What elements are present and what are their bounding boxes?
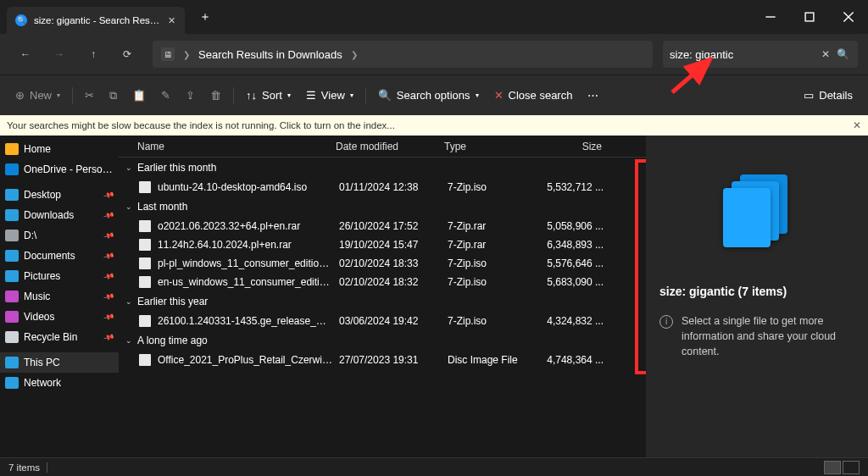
column-date[interactable]: Date modified [329,141,437,152]
view-button[interactable]: ☰ View ▾ [299,82,360,109]
new-tab-button[interactable]: ＋ [193,9,217,25]
separator [47,462,47,473]
separator [72,87,73,104]
close-search-button[interactable]: ✕ Close search [487,82,580,109]
window-tab[interactable]: 🔍 size: gigantic - Search Results i ✕ [7,7,185,34]
sidebar-item[interactable]: This PC [0,352,119,373]
share-button[interactable]: ⇪ [179,82,202,109]
thumbnails-view-toggle[interactable] [843,461,860,474]
paste-button[interactable]: 📋 [125,82,153,109]
sidebar-item[interactable]: Recycle Bin📌 [0,327,119,347]
group-header[interactable]: ⌄A long time ago [119,330,646,351]
sidebar-item-label: Music [24,291,99,302]
sidebar-item-label: Videos [24,311,99,323]
sort-button[interactable]: ↑↓ Sort ▾ [239,82,298,109]
file-size: 5,576,646 ... [531,257,604,269]
pin-icon: 📌 [103,311,115,323]
close-warning-button[interactable]: ✕ [853,119,861,131]
refresh-button[interactable]: ⟳ [112,39,142,69]
rename-button[interactable]: ✎ [154,82,177,109]
info-icon: i [659,315,673,329]
index-warning-bar[interactable]: Your searches might be slow because the … [0,115,868,136]
breadcrumb-segment[interactable]: Search Results in Downloads [198,48,342,61]
sidebar-item[interactable]: Videos📌 [0,307,119,327]
folder-icon [5,209,19,221]
sidebar-item[interactable]: Home [0,139,119,159]
sidebar-item-label: Home [24,143,114,155]
file-row[interactable]: pl-pl_windows_11_consumer_editions_ver..… [119,254,646,273]
close-window-button[interactable] [829,0,868,34]
file-row[interactable]: Office_2021_ProPlus_Retail_Czerwiec_202.… [119,351,646,369]
file-date: 03/06/2024 19:42 [332,315,441,327]
sidebar-item[interactable]: Network [0,373,119,393]
file-size: 6,348,893 ... [531,239,604,251]
file-row[interactable]: o2021.06.2023.32+64.pl+en.rar26/10/2024 … [119,217,646,235]
new-button[interactable]: ⊕ New ▾ [8,82,67,109]
file-icon [139,257,151,269]
back-button[interactable]: ← [10,39,41,69]
file-name: o2021.06.2023.32+64.pl+en.rar [158,220,332,232]
folder-icon [5,189,19,201]
folder-icon [5,311,19,323]
search-options-button[interactable]: 🔍 Search options ▾ [371,82,486,109]
file-name: ubuntu-24.10-desktop-amd64.iso [158,181,332,193]
sidebar-item-label: Documents [24,250,99,262]
file-type: 7-Zip.iso [441,315,531,327]
cut-button[interactable]: ✂ [78,82,101,109]
folder-icon [5,331,19,343]
file-name: en-us_windows_11_consumer_editions_ve... [158,276,332,288]
file-row[interactable]: 26100.1.240331-1435.ge_release_CLIENT_..… [119,312,646,330]
separator [365,87,366,104]
file-name: 26100.1.240331-1435.ge_release_CLIENT_..… [158,315,332,327]
search-box[interactable]: ✕ 🔍 [663,41,858,68]
sidebar-item[interactable]: Pictures📌 [0,266,119,286]
file-row[interactable]: 11.24h2.64.10.2024.pl+en.rar19/10/2024 1… [119,235,646,254]
sidebar-item-label: D:\ [24,230,99,241]
delete-button[interactable]: 🗑 [203,82,228,109]
clear-search-button[interactable]: ✕ [817,48,834,60]
group-header[interactable]: ⌄Earlier this year [119,291,646,312]
file-row[interactable]: ubuntu-24.10-desktop-amd64.iso01/11/2024… [119,178,646,196]
forward-button[interactable]: → [44,39,75,69]
titlebar: 🔍 size: gigantic - Search Results i ✕ ＋ [0,0,868,34]
search-icon[interactable]: 🔍 [834,48,851,60]
status-bar: 7 items [0,457,868,476]
group-header[interactable]: ⌄Last month [119,196,646,217]
details-view-toggle[interactable] [824,461,841,474]
sidebar-item-label: OneDrive - Personal [24,163,114,175]
file-type: 7-Zip.iso [441,276,531,288]
sidebar-item[interactable]: Music📌 [0,286,119,307]
column-name[interactable]: Name [119,141,329,152]
pin-icon: 📌 [103,209,115,221]
search-icon: 🔍 [15,14,27,26]
sidebar-item[interactable]: Downloads📌 [0,205,119,225]
group-label: A long time ago [137,335,208,346]
folder-icon [5,291,19,302]
sidebar-item[interactable]: Desktop📌 [0,185,119,205]
file-icon [139,315,151,327]
minimize-button[interactable] [751,0,790,34]
file-type: 7-Zip.iso [441,257,531,269]
sidebar-item[interactable]: Documents📌 [0,246,119,266]
details-info-text: Select a single file to get more informa… [682,313,854,359]
sidebar-item[interactable]: OneDrive - Personal [0,159,119,180]
group-header[interactable]: ⌄Earlier this month [119,158,646,178]
folder-icon [5,357,19,368]
column-type[interactable]: Type [437,141,527,152]
file-type: 7-Zip.rar [441,220,531,232]
details-panel-button[interactable]: ▭ Details [797,82,860,109]
group-label: Earlier this year [137,296,208,307]
maximize-button[interactable] [790,0,829,34]
up-button[interactable]: ↑ [78,39,108,69]
search-input[interactable] [670,48,817,61]
copy-button[interactable]: ⧉ [103,82,124,109]
pin-icon: 📌 [103,250,115,262]
sidebar-item[interactable]: D:\📌 [0,225,119,246]
breadcrumb[interactable]: 🖥 ❯ Search Results in Downloads ❯ [153,41,653,68]
column-size[interactable]: Size [527,141,609,152]
file-row[interactable]: en-us_windows_11_consumer_editions_ve...… [119,273,646,291]
files-stack-icon [723,174,791,251]
close-tab-button[interactable]: ✕ [168,15,176,26]
more-button[interactable]: ⋯ [581,82,605,109]
folder-icon [5,250,19,262]
